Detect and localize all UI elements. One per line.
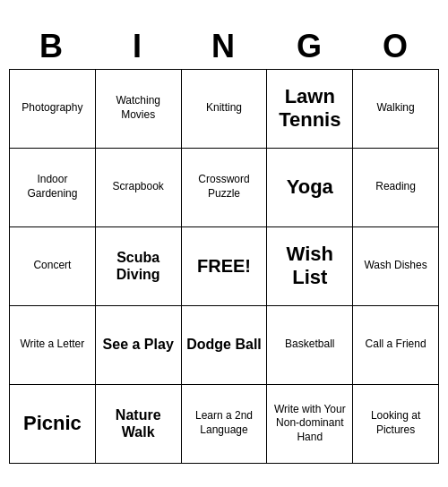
bingo-cell: Scuba Diving [96,227,182,306]
bingo-cell: Photography [10,70,96,149]
cell-label: Wish List [270,243,349,290]
cell-label: Wash Dishes [364,259,426,273]
cell-label: Picnic [23,412,82,435]
bingo-cell: Looking at Pictures [353,385,439,464]
bingo-cell: Wish List [267,227,353,306]
cell-label: Nature Walk [99,406,178,440]
bingo-cell: See a Play [96,306,182,385]
bingo-card: BINGO PhotographyWatching MoviesKnitting… [9,24,439,464]
cell-label: Learn a 2nd Language [185,409,264,437]
header-letter: I [95,24,181,69]
bingo-cell: Picnic [10,385,96,464]
cell-label: Lawn Tennis [270,85,349,132]
bingo-cell: Nature Walk [96,385,182,464]
bingo-cell: Call a Friend [353,306,439,385]
cell-label: Watching Movies [99,94,178,122]
cell-label: Knitting [206,101,242,115]
bingo-cell: Wash Dishes [353,227,439,306]
bingo-cell: Walking [353,70,439,149]
bingo-cell: Learn a 2nd Language [182,385,268,464]
bingo-cell: Write a Letter [10,306,96,385]
bingo-cell: Write with Your Non-dominant Hand [267,385,353,464]
cell-label: Scrapbook [113,180,164,194]
bingo-cell: Basketball [267,306,353,385]
cell-label: Dodge Ball [186,336,262,353]
header-letter: O [353,24,439,69]
cell-label: Write a Letter [20,337,84,352]
cell-label: Basketball [285,337,334,352]
bingo-cell: Crossword Puzzle [182,149,268,227]
bingo-cell: Concert [10,227,96,306]
header-letter: G [267,24,353,69]
bingo-cell: Indoor Gardening [10,149,96,227]
cell-label: Write with Your Non-dominant Hand [270,403,349,445]
bingo-cell: Dodge Ball [182,306,268,385]
cell-label: See a Play [103,336,174,353]
cell-label: Reading [375,180,416,194]
bingo-cell: Watching Movies [96,70,182,149]
bingo-cell: FREE! [182,227,268,306]
bingo-cell: Lawn Tennis [267,70,353,149]
cell-label: Concert [33,259,71,273]
bingo-cell: Scrapbook [96,149,182,227]
bingo-grid: PhotographyWatching MoviesKnittingLawn T… [9,69,439,464]
cell-label: FREE! [197,254,251,278]
cell-label: Walking [376,101,414,115]
cell-label: Looking at Pictures [356,409,435,437]
bingo-header: BINGO [9,24,439,69]
cell-label: Yoga [287,175,333,199]
bingo-cell: Reading [353,149,439,227]
cell-label: Call a Friend [366,337,426,352]
bingo-cell: Yoga [267,149,353,227]
header-letter: N [181,24,267,69]
cell-label: Scuba Diving [99,249,178,283]
cell-label: Photography [22,101,82,115]
header-letter: B [9,24,95,69]
cell-label: Indoor Gardening [13,173,92,201]
cell-label: Crossword Puzzle [185,173,264,201]
bingo-cell: Knitting [182,70,268,149]
